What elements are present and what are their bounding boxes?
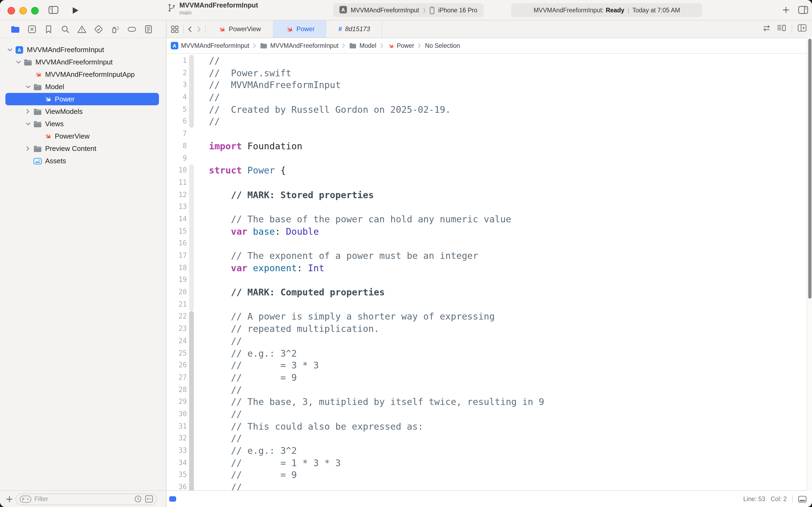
- file-label: Power: [55, 95, 75, 103]
- breadcrumb-item-no-selection[interactable]: No Selection: [425, 43, 460, 49]
- breadcrumb-item-mvvmandfreeforminput[interactable]: AMVVMAndFreeformInput: [171, 42, 249, 49]
- activity-status[interactable]: MVVMAndFreeformInput: Ready | Today at 7…: [511, 3, 702, 17]
- source-control-navigator-icon[interactable]: [27, 24, 37, 34]
- test-navigator-icon[interactable]: [94, 24, 103, 34]
- disclosure-open-icon[interactable]: [14, 60, 22, 64]
- editor-mode-indicator[interactable]: [169, 496, 176, 502]
- file-row-views[interactable]: Views: [5, 118, 159, 130]
- scheme-name[interactable]: MVVMAndFreeformInput: [351, 7, 419, 13]
- line-number: 31: [167, 420, 189, 432]
- file-row-mvvmandfreeforminput[interactable]: AMVVMAndFreeformInput: [5, 44, 159, 56]
- issue-navigator-icon[interactable]: [77, 24, 86, 34]
- line-number: 8: [167, 140, 189, 152]
- line-number: 27: [167, 372, 189, 384]
- file-row-preview-content[interactable]: Preview Content: [5, 142, 159, 155]
- zoom-button[interactable]: [31, 7, 39, 14]
- disclosure-open-icon[interactable]: [23, 122, 32, 125]
- folder-icon: [32, 83, 43, 91]
- file-label: Views: [45, 120, 64, 128]
- file-label: MVVMAndFreeformInput: [36, 58, 113, 66]
- navigator-filter-bar: Filter: [0, 490, 166, 507]
- add-editor-icon[interactable]: [798, 24, 807, 34]
- debug-navigator-icon[interactable]: [111, 24, 120, 34]
- file-row-power[interactable]: Power: [5, 93, 159, 105]
- code-text: var exponent: Int: [209, 262, 325, 274]
- breadcrumb-label: Power: [397, 43, 414, 49]
- file-label: MVVMAndFreeformInputApp: [45, 70, 135, 78]
- find-navigator-icon[interactable]: [61, 24, 70, 34]
- minimap-icon[interactable]: [776, 24, 786, 34]
- swift-icon: [387, 42, 394, 49]
- folder-icon: [349, 43, 357, 49]
- code-line-19: 19: [167, 274, 812, 286]
- line-number: 34: [167, 457, 189, 469]
- code-line-6: 6//: [167, 116, 812, 128]
- line-number: 4: [167, 91, 189, 103]
- filter-field[interactable]: Filter: [15, 493, 157, 505]
- breakpoint-navigator-icon[interactable]: [127, 24, 136, 34]
- code-text: // A power is simply a shorter way of ex…: [209, 311, 495, 323]
- breadcrumb-item-mvvmandfreeforminput[interactable]: MVVMAndFreeformInput: [260, 43, 338, 49]
- folder-icon: [32, 108, 43, 115]
- add-item-icon[interactable]: [5, 495, 13, 503]
- code-text: //: [209, 335, 242, 347]
- filter-icon[interactable]: [19, 495, 32, 503]
- scheme-selector[interactable]: A MVVMAndFreeformInput 〉 iPhone 16 Pro: [333, 3, 484, 17]
- file-row-viewmodels[interactable]: ViewModels: [5, 105, 159, 118]
- breadcrumb-item-model[interactable]: Model: [349, 43, 376, 49]
- tab-label: PowerView: [229, 25, 261, 33]
- forward-button[interactable]: [196, 26, 205, 32]
- editor-status-bar: Line: 53 Col: 2: [167, 490, 812, 507]
- toggle-right-inspector-icon[interactable]: [798, 6, 808, 14]
- svg-text:A: A: [341, 7, 345, 13]
- file-row-mvvmandfreeforminput[interactable]: MVVMAndFreeformInput: [5, 56, 159, 68]
- app-icon: A: [339, 6, 347, 14]
- code-line-8: 8import Foundation: [167, 140, 812, 152]
- related-items-icon[interactable]: [167, 25, 183, 33]
- code-text: var base: Double: [209, 225, 319, 237]
- code-text: // = 1 * 3 * 3: [209, 457, 341, 469]
- editor-scrollbar: [807, 38, 812, 491]
- breadcrumb-item-power[interactable]: Power: [387, 42, 414, 49]
- code-review-icon[interactable]: [762, 24, 771, 34]
- disclosure-open-icon[interactable]: [5, 48, 14, 51]
- scrollbar-thumb[interactable]: [808, 39, 811, 299]
- toggle-left-sidebar-icon[interactable]: [48, 6, 59, 14]
- line-number: 21: [167, 299, 189, 311]
- status-separator: |: [627, 7, 630, 13]
- disclosure-open-icon[interactable]: [23, 85, 32, 88]
- run-destination[interactable]: iPhone 16 Pro: [438, 7, 477, 13]
- source-control-status-icon[interactable]: [145, 495, 153, 503]
- close-button[interactable]: [7, 7, 15, 14]
- source-editor[interactable]: 1//2// Power.swift3// MVVMAndFreeformInp…: [167, 54, 812, 490]
- file-label: Model: [45, 83, 64, 91]
- run-button[interactable]: [72, 6, 79, 14]
- code-line-15: 15 var base: Double: [167, 225, 812, 237]
- code-line-17: 17 // The exponent of a power must be an…: [167, 250, 812, 262]
- toggle-debug-area-icon[interactable]: [798, 496, 807, 502]
- file-row-powerview[interactable]: PowerView: [5, 130, 159, 142]
- line-number: 13: [167, 201, 189, 213]
- back-button[interactable]: [184, 26, 196, 32]
- tab-power[interactable]: Power: [273, 20, 327, 38]
- disclosure-closed-icon[interactable]: [23, 146, 32, 151]
- bookmark-navigator-icon[interactable]: [44, 24, 53, 34]
- report-navigator-icon[interactable]: [144, 24, 153, 34]
- library-plus-button[interactable]: [782, 6, 790, 14]
- file-row-mvvmandfreeforminputapp[interactable]: MVVMAndFreeformInputApp: [5, 68, 159, 80]
- line-number: 33: [167, 445, 189, 457]
- tab-powerview[interactable]: PowerView: [206, 20, 273, 38]
- file-row-model[interactable]: Model: [5, 80, 159, 93]
- project-navigator-icon[interactable]: [11, 24, 20, 34]
- file-row-assets[interactable]: Assets: [5, 155, 159, 167]
- code-text: // Created by Russell Gordon on 2025-02-…: [209, 104, 451, 116]
- minimize-button[interactable]: [19, 7, 27, 14]
- line-number: 7: [167, 128, 189, 140]
- recent-files-clock-icon[interactable]: [134, 495, 142, 503]
- tab-8d15173[interactable]: #8d15173: [327, 20, 383, 38]
- file-label: Preview Content: [45, 145, 97, 153]
- line-number: 18: [167, 262, 189, 274]
- folder-icon: [32, 145, 43, 152]
- code-text: //: [209, 116, 220, 128]
- disclosure-closed-icon[interactable]: [23, 109, 32, 114]
